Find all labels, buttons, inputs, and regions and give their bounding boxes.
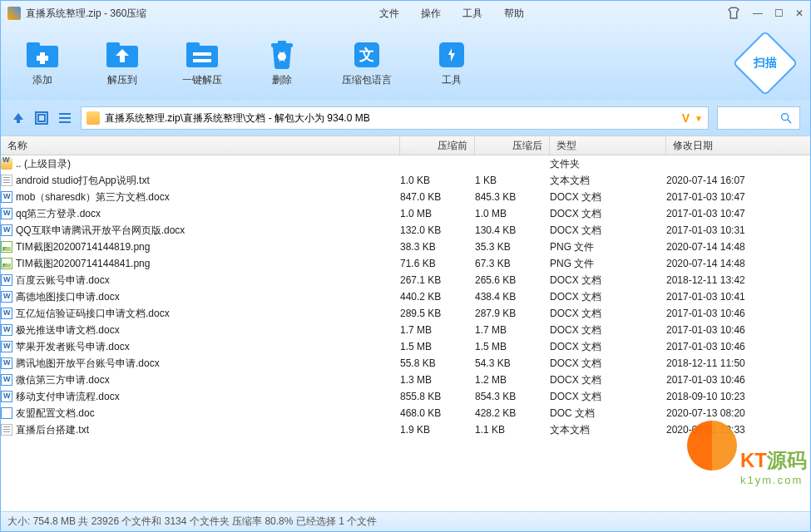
- table-row[interactable]: qq第三方登录.docx1.0 MB1.0 MBDOCX 文档2017-01-0…: [1, 205, 810, 222]
- file-name: TIM截图20200714144819.png: [16, 240, 150, 254]
- one-click-icon: [182, 40, 222, 70]
- col-date[interactable]: 修改日期: [666, 136, 810, 155]
- svg-rect-9: [193, 59, 211, 62]
- window-title: 直播系统整理.zip - 360压缩: [26, 7, 146, 21]
- file-size-before: 1.7 MB: [400, 324, 475, 336]
- menu-operate[interactable]: 操作: [421, 7, 441, 21]
- file-size-after: 1.5 MB: [475, 341, 550, 352]
- path-dropdown-icon[interactable]: ▼: [695, 114, 703, 123]
- menu-bar: 文件 操作 工具 帮助: [379, 7, 524, 21]
- table-row[interactable]: 移动支付申请流程.docx855.8 KB854.3 KBDOCX 文档2018…: [1, 388, 810, 405]
- nav-up-icon[interactable]: [11, 111, 26, 126]
- file-type: PNG 文件: [550, 257, 666, 271]
- file-date: 2017-01-03 10:46: [666, 374, 810, 386]
- table-row[interactable]: 极光推送申请文档.docx1.7 MB1.7 MBDOCX 文档2017-01-…: [1, 322, 810, 338]
- file-date: 2017-01-03 10:46: [666, 341, 810, 352]
- toolbar-extract-to[interactable]: 解压到: [102, 40, 142, 87]
- file-name: 直播后台搭建.txt: [16, 423, 89, 437]
- view-icons-icon[interactable]: [34, 111, 49, 126]
- file-size-before: 468.0 KB: [400, 407, 475, 419]
- file-list[interactable]: .. (上级目录)文件夹android studio打包App说明.txt1.0…: [1, 155, 810, 511]
- file-type: DOCX 文档: [550, 340, 666, 354]
- file-date: 2017-01-03 10:46: [666, 324, 810, 336]
- table-row[interactable]: 微信第三方申请.docx1.3 MB1.2 MBDOCX 文档2017-01-0…: [1, 372, 810, 388]
- table-row[interactable]: .. (上级目录)文件夹: [1, 155, 810, 172]
- table-row[interactable]: 友盟配置文档.doc468.0 KB428.2 KBDOC 文档2020-07-…: [1, 405, 810, 421]
- table-row[interactable]: 腾讯地图开放平台账号申请.docx55.8 KB54.3 KBDOCX 文档20…: [1, 355, 810, 372]
- path-input[interactable]: 直播系统整理.zip\直播系统整理\文档 - 解包大小为 934.0 MB V …: [81, 106, 709, 130]
- file-size-after: 428.2 KB: [475, 407, 550, 419]
- toolbar-lang[interactable]: 文 压缩包语言: [342, 40, 392, 87]
- path-text: 直播系统整理.zip\直播系统整理\文档 - 解包大小为 934.0 MB: [105, 111, 677, 126]
- extract-to-icon: [102, 40, 142, 70]
- minimize-button[interactable]: —: [753, 7, 763, 19]
- path-folder-icon: [87, 111, 100, 125]
- file-date: 2017-01-03 10:47: [666, 208, 810, 219]
- tools-icon: [432, 40, 472, 70]
- file-size-before: 1.9 KB: [400, 424, 475, 436]
- app-window: 直播系统整理.zip - 360压缩 文件 操作 工具 帮助 — ☐ ✕ 添加: [0, 0, 811, 532]
- toolbar-scan[interactable]: 扫描: [742, 40, 789, 86]
- file-size-after: 287.9 KB: [475, 308, 550, 319]
- menu-help[interactable]: 帮助: [504, 7, 524, 21]
- file-type: DOCX 文档: [550, 190, 666, 204]
- toolbar-delete-label: 删除: [272, 73, 292, 87]
- file-type: DOC 文档: [550, 406, 666, 421]
- view-list-icon[interactable]: [57, 111, 72, 126]
- file-size-after: 1.7 MB: [475, 324, 550, 336]
- col-after[interactable]: 压缩后: [475, 136, 550, 155]
- file-type: 文件夹: [550, 157, 666, 171]
- table-row[interactable]: 高德地图接口申请.docx440.2 KB438.4 KBDOCX 文档2017…: [1, 288, 810, 305]
- file-size-before: 71.6 KB: [400, 258, 475, 269]
- skin-icon[interactable]: [726, 6, 741, 21]
- svg-rect-19: [59, 117, 71, 119]
- file-name: 百度云账号申请.docx: [16, 273, 110, 288]
- table-row[interactable]: 苹果开发者账号申请.docx1.5 MB1.5 MBDOCX 文档2017-01…: [1, 338, 810, 355]
- toolbar-tools[interactable]: 工具: [432, 40, 472, 87]
- close-button[interactable]: ✕: [795, 7, 804, 19]
- table-row[interactable]: 百度云账号申请.docx267.1 KB265.6 KBDOCX 文档2018-…: [1, 272, 810, 288]
- add-icon: [22, 40, 62, 70]
- toolbar-one-click[interactable]: 一键解压: [182, 40, 222, 87]
- file-type: PNG 文件: [550, 240, 666, 254]
- file-date: 2020-07-14 14:48: [666, 258, 810, 269]
- toolbar-delete[interactable]: 删除: [262, 40, 302, 87]
- file-name: 腾讯地图开放平台账号申请.docx: [16, 357, 160, 371]
- file-type: DOCX 文档: [550, 224, 666, 238]
- file-size-after: 1.1 KB: [475, 424, 550, 436]
- search-input[interactable]: [717, 106, 800, 130]
- menu-tools[interactable]: 工具: [462, 7, 482, 21]
- file-date: 2018-09-10 10:23: [666, 391, 810, 402]
- file-name: 微信第三方申请.docx: [16, 373, 110, 387]
- col-name[interactable]: 名称: [1, 136, 400, 155]
- toolbar-add-label: 添加: [32, 73, 52, 87]
- search-icon: [779, 111, 793, 125]
- file-date: 2017-01-03 10:41: [666, 291, 810, 303]
- scan-icon: 扫描: [732, 30, 798, 96]
- file-type: DOCX 文档: [550, 207, 666, 221]
- file-name: 友盟配置文档.doc: [16, 406, 95, 421]
- col-type[interactable]: 类型: [550, 136, 666, 155]
- file-size-before: 855.8 KB: [400, 391, 475, 402]
- file-date: 2020-07-13 08:20: [666, 407, 810, 419]
- table-row[interactable]: TIM截图20200714144841.png71.6 KB67.3 KBPNG…: [1, 255, 810, 272]
- table-row[interactable]: android studio打包App说明.txt1.0 KB1 KB文本文档2…: [1, 172, 810, 189]
- table-row[interactable]: mob（sharesdk）第三方文档.docx847.0 KB845.3 KBD…: [1, 189, 810, 205]
- file-type: DOCX 文档: [550, 390, 666, 404]
- table-row[interactable]: TIM截图20200714144819.png38.3 KB35.3 KBPNG…: [1, 239, 810, 255]
- file-size-after: 1.0 MB: [475, 208, 550, 219]
- file-name: qq第三方登录.docx: [16, 207, 101, 221]
- maximize-button[interactable]: ☐: [774, 7, 784, 19]
- file-docx-icon: [1, 391, 12, 402]
- toolbar-add[interactable]: 添加: [22, 40, 62, 87]
- col-before[interactable]: 压缩前: [400, 136, 475, 155]
- table-row[interactable]: 直播后台搭建.txt1.9 KB1.1 KB文本文档2020-09-01 13:…: [1, 421, 810, 438]
- file-type: DOCX 文档: [550, 373, 666, 387]
- file-size-before: 1.0 KB: [400, 175, 475, 186]
- table-row[interactable]: QQ互联申请腾讯开放平台网页版.docx132.0 KB130.4 KBDOCX…: [1, 222, 810, 239]
- svg-rect-1: [27, 42, 40, 49]
- file-size-after: 1 KB: [475, 175, 550, 186]
- table-row[interactable]: 互亿短信验证码接口申请文档.docx289.5 KB287.9 KBDOCX 文…: [1, 305, 810, 322]
- svg-rect-17: [38, 115, 45, 121]
- menu-file[interactable]: 文件: [379, 7, 399, 21]
